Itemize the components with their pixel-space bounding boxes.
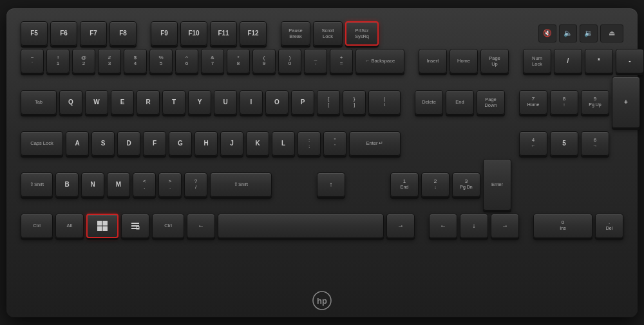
key-left-shift[interactable]: ⇧Shift <box>21 172 53 197</box>
key-num-slash[interactable]: / <box>554 49 582 73</box>
key-up[interactable]: ↑ <box>317 172 345 197</box>
key-end[interactable]: End <box>446 90 474 115</box>
key-media-control[interactable]: ⏏ <box>600 24 623 42</box>
key-5[interactable]: % 5 <box>149 49 173 73</box>
key-7[interactable]: & 7 <box>201 49 224 73</box>
key-f8[interactable]: F8 <box>109 21 137 46</box>
key-backslash[interactable]: | \ <box>368 90 401 115</box>
key-space-left-arrow[interactable]: ← <box>187 214 215 238</box>
key-k[interactable]: K <box>246 131 269 156</box>
key-f7[interactable]: F7 <box>80 21 107 46</box>
key-l[interactable]: L <box>272 131 295 156</box>
key-u[interactable]: U <box>214 90 237 115</box>
zxcv-row: ⇧Shift B N M < , > . ? / ⇧Shift ↑ 1 End … <box>21 159 623 210</box>
key-y[interactable]: Y <box>188 90 211 115</box>
key-1[interactable]: ! 1 <box>46 49 70 73</box>
key-g[interactable]: G <box>169 131 192 156</box>
key-insert[interactable]: Insert <box>419 49 447 73</box>
key-a[interactable]: A <box>66 131 89 156</box>
key-num-enter[interactable]: Enter <box>483 159 511 210</box>
key-spacebar[interactable] <box>218 214 384 238</box>
key-equals[interactable]: + = <box>330 49 353 73</box>
key-scroll-lock[interactable]: ScrollLock <box>313 21 343 46</box>
key-q[interactable]: Q <box>59 90 82 115</box>
key-pause-break[interactable]: PauseBreak <box>281 21 310 46</box>
key-j[interactable]: J <box>220 131 243 156</box>
key-num-3[interactable]: 3 Pg Dn <box>452 172 480 197</box>
key-f9[interactable]: F9 <box>151 21 178 46</box>
key-right-shift[interactable]: ⇧Shift <box>210 172 272 197</box>
key-o[interactable]: O <box>265 90 289 115</box>
key-f10[interactable]: F10 <box>180 21 207 46</box>
key-left-alt[interactable]: Alt <box>55 214 84 238</box>
key-num-plus[interactable]: + <box>612 77 640 128</box>
key-pageup[interactable]: PageUp <box>480 49 509 73</box>
key-f[interactable]: F <box>143 131 166 156</box>
key-period[interactable]: > . <box>158 172 182 197</box>
key-enter[interactable]: Enter ↵ <box>349 131 401 156</box>
key-n[interactable]: N <box>81 172 104 197</box>
key-menu[interactable] <box>121 214 149 238</box>
key-num-dot[interactable]: . Del <box>595 214 623 238</box>
key-vol-up[interactable]: 🔉 <box>580 24 598 42</box>
key-8[interactable]: * 8 <box>227 49 250 73</box>
key-num-4[interactable]: 4 ← <box>519 131 547 156</box>
key-comma[interactable]: < , <box>133 172 156 197</box>
key-num-5[interactable]: 5 <box>550 131 578 156</box>
key-h[interactable]: H <box>194 131 218 156</box>
key-vol-down[interactable]: 🔈 <box>559 24 577 42</box>
key-num-6[interactable]: 6 → <box>581 131 609 156</box>
key-pagedown[interactable]: PageDown <box>477 90 505 115</box>
key-quote[interactable]: " ' <box>323 131 346 156</box>
key-mute[interactable]: 🔇 <box>538 24 556 42</box>
key-num-1[interactable]: 1 End <box>390 172 419 197</box>
key-d[interactable]: D <box>117 131 140 156</box>
key-tab[interactable]: Tab <box>21 90 57 115</box>
key-p[interactable]: P <box>291 90 314 115</box>
key-m[interactable]: M <box>107 172 130 197</box>
key-slash[interactable]: ? / <box>184 172 207 197</box>
key-right[interactable]: → <box>491 214 519 238</box>
key-right-bracket[interactable]: } ] <box>343 90 366 115</box>
key-num-7[interactable]: 7 Home <box>519 90 547 115</box>
key-3[interactable]: # 3 <box>98 49 121 73</box>
key-r[interactable]: R <box>137 90 160 115</box>
key-capslock[interactable]: Caps Lock <box>21 131 63 156</box>
key-tilde[interactable]: ~ ` <box>21 49 44 73</box>
key-left[interactable]: ← <box>429 214 457 238</box>
key-s[interactable]: S <box>91 131 115 156</box>
key-e[interactable]: E <box>111 90 134 115</box>
key-f5[interactable]: F5 <box>21 21 48 46</box>
key-num-star[interactable]: * <box>585 49 613 73</box>
key-f6[interactable]: F6 <box>50 21 77 46</box>
key-delete[interactable]: Delete <box>415 90 443 115</box>
key-left-ctrl[interactable]: Ctrl <box>21 214 53 238</box>
key-right-arrow-bottom[interactable]: → <box>386 214 415 238</box>
key-f12[interactable]: F12 <box>240 21 267 46</box>
key-i[interactable]: I <box>240 90 263 115</box>
key-f11[interactable]: F11 <box>210 21 237 46</box>
key-prtscr-sysrq[interactable]: PrtScrSysRq <box>345 21 379 46</box>
key-numlock[interactable]: NumLock <box>523 49 551 73</box>
key-num-0[interactable]: 0 Ins <box>533 214 592 238</box>
key-num-8[interactable]: 8 ↑ <box>550 90 578 115</box>
key-4[interactable]: $ 4 <box>124 49 147 73</box>
key-num-minus[interactable]: - <box>616 49 644 73</box>
key-t[interactable]: T <box>162 90 185 115</box>
key-down[interactable]: ↓ <box>460 214 488 238</box>
key-semicolon[interactable]: : ; <box>298 131 321 156</box>
key-right-ctrl[interactable]: Ctrl <box>152 214 184 238</box>
key-w[interactable]: W <box>85 90 108 115</box>
key-minus[interactable]: _ - <box>304 49 327 73</box>
key-left-bracket[interactable]: { [ <box>317 90 340 115</box>
key-0[interactable]: ) 0 <box>278 49 301 73</box>
key-b[interactable]: B <box>55 172 79 197</box>
key-backspace[interactable]: ← Backspace <box>355 49 404 73</box>
key-6[interactable]: ^ 6 <box>175 49 198 73</box>
key-windows[interactable] <box>86 214 118 238</box>
key-num-2[interactable]: 2 ↓ <box>421 172 450 197</box>
key-9[interactable]: ( 9 <box>252 49 276 73</box>
key-home[interactable]: Home <box>450 49 478 73</box>
key-num-9[interactable]: 9 Pg Up <box>581 90 609 115</box>
key-2[interactable]: @ 2 <box>72 49 95 73</box>
